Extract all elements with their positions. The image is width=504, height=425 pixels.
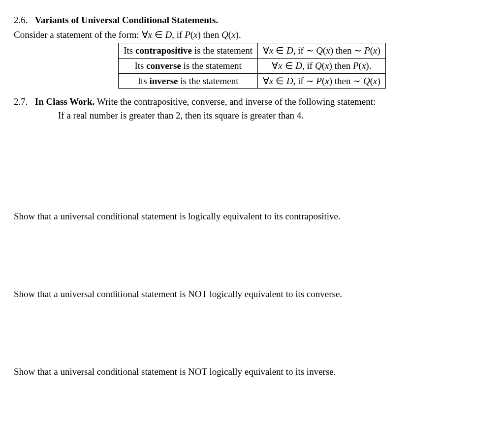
rparen-dot: ). (236, 30, 241, 40)
consider-mid: , if (172, 30, 185, 40)
set-D: D (286, 76, 293, 86)
section-2-6-heading: 2.6. Variants of Universal Conditional S… (14, 14, 490, 27)
pred-P: P (353, 61, 359, 71)
section-2-7-heading: 2.7. In Class Work. Write the contraposi… (14, 95, 490, 108)
section-2-7-title: In Class Work. (35, 96, 95, 107)
contrapositive-formula-cell: ∀x ∈ D, if ∼ Q(x) then ∼ P(x) (257, 43, 385, 59)
consider-text: Consider a statement of the form: (14, 30, 142, 40)
table-row: Its contrapositive is the statement ∀x ∈… (119, 43, 386, 59)
cell-text: Its (124, 45, 135, 56)
table-row: Its converse is the statement ∀x ∈ D, if… (119, 58, 386, 73)
pred-Q: Q (316, 45, 323, 56)
if-text: , if (302, 61, 315, 71)
forall-symbol: ∀ (142, 30, 148, 40)
var-x: x (148, 30, 152, 40)
set-D: D (295, 61, 302, 71)
inverse-label-cell: Its inverse is the statement (119, 73, 258, 89)
cell-bold: contrapositive (135, 45, 192, 56)
then-neg: then ∼ (332, 76, 363, 86)
set-D: D (165, 30, 172, 40)
pred-Q: Q (315, 61, 322, 71)
if-neg: , if ∼ (293, 76, 316, 86)
pred-Q: Q (363, 76, 370, 86)
cell-text: Its (138, 76, 150, 86)
elem-symbol: ∈ (152, 30, 165, 40)
then-text: then (332, 61, 353, 71)
rparen: ) (377, 45, 380, 56)
var-x: x (231, 30, 235, 40)
inverse-formula-cell: ∀x ∈ D, if ∼ P(x) then ∼ Q(x) (257, 73, 385, 89)
forall-symbol: ∀ (272, 61, 278, 71)
section-2-7-number: 2.7. (14, 96, 28, 107)
forall-symbol: ∀ (263, 45, 269, 56)
task-converse: Show that a universal conditional statem… (14, 288, 490, 365)
converse-label-cell: Its converse is the statement (119, 58, 258, 73)
set-D: D (286, 45, 293, 56)
pred-P: P (316, 76, 322, 86)
pred-Q: Q (221, 30, 228, 40)
var-x: x (193, 30, 197, 40)
if-neg: , if ∼ (293, 45, 316, 56)
rparen: ) (377, 76, 380, 86)
then-neg: then ∼ (333, 45, 364, 56)
cell-text: is the statement (178, 76, 239, 86)
task-contrapositive: Show that a universal conditional statem… (14, 210, 490, 288)
var-x: x (326, 45, 330, 56)
task-inverse: Show that a universal conditional statem… (14, 365, 490, 378)
forall-symbol: ∀ (263, 76, 269, 86)
elem-symbol: ∈ (273, 45, 286, 56)
var-x: x (278, 61, 282, 71)
example-statement: If a real number is greater than 2, then… (58, 109, 490, 211)
cell-bold: converse (146, 61, 181, 71)
pred-P: P (185, 30, 190, 40)
section-2-7-prompt: Write the contrapositive, converse, and … (97, 96, 376, 107)
var-x: x (325, 76, 329, 86)
contrapositive-label-cell: Its contrapositive is the statement (119, 43, 258, 59)
section-2-6-number: 2.6. (14, 15, 28, 25)
consider-then: then (201, 30, 221, 40)
elem-symbol: ∈ (273, 76, 286, 86)
cell-text: is the statement (192, 45, 252, 56)
pred-P: P (364, 45, 370, 56)
cell-text: Its (134, 61, 146, 71)
consider-line: Consider a statement of the form: ∀x ∈ D… (14, 29, 490, 41)
cell-bold: inverse (149, 76, 178, 86)
elem-symbol: ∈ (283, 61, 296, 71)
table-row: Its inverse is the statement ∀x ∈ D, if … (119, 73, 386, 89)
rparen-dot: ). (366, 61, 371, 71)
section-2-6-title: Variants of Universal Conditional Statem… (35, 15, 218, 25)
variants-table: Its contrapositive is the statement ∀x ∈… (118, 43, 386, 89)
converse-formula-cell: ∀x ∈ D, if Q(x) then P(x). (257, 58, 385, 73)
cell-text: is the statement (181, 61, 242, 71)
